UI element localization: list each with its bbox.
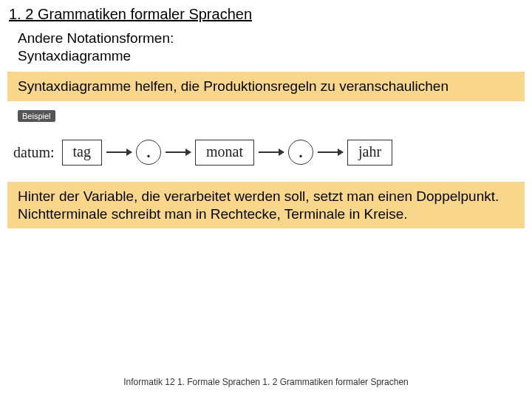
arrow-icon	[166, 151, 191, 153]
subtitle-line-2: Syntaxdiagramme	[0, 48, 532, 72]
example-badge: Beispiel	[18, 110, 55, 122]
arrow-icon	[106, 151, 132, 153]
arrow-icon	[259, 151, 284, 153]
diagram-label: datum:	[13, 144, 58, 161]
slide-footer: Informatik 12 1. Formale Sprachen 1. 2 G…	[0, 377, 532, 387]
nonterminal-monat: monat	[195, 140, 254, 166]
terminal-dot-2: .	[288, 140, 313, 165]
nonterminal-jahr: jahr	[347, 140, 392, 166]
terminal-dot-1: .	[136, 140, 161, 165]
subtitle-line-1: Andere Notationsformen:	[0, 27, 532, 48]
nonterminal-tag: tag	[62, 140, 102, 166]
info-box-1: Syntaxdiagramme helfen, die Produktionsr…	[7, 72, 525, 101]
section-title: 1. 2 Grammatiken formaler Sprachen	[0, 0, 532, 27]
info-box-2-line-1: Hinter der Variable, die verarbeitet wer…	[18, 188, 514, 205]
syntax-diagram: datum: tag . monat . jahr	[0, 126, 532, 182]
arrow-icon	[318, 151, 343, 153]
info-box-2: Hinter der Variable, die verarbeitet wer…	[7, 182, 525, 229]
info-box-2-line-2: Nichtterminale schreibt man in Rechtecke…	[18, 205, 514, 223]
